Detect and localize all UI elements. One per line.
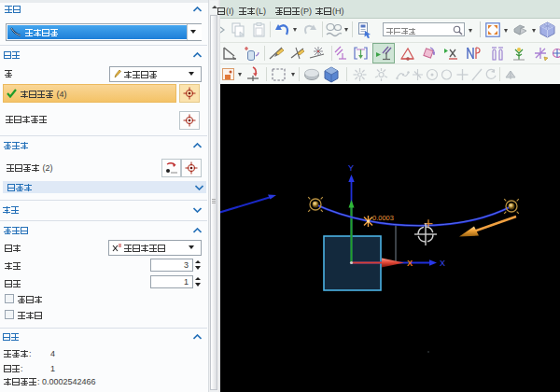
svg-text:Y: Y [348,163,354,173]
svg-text:0.0003: 0.0003 [372,214,394,222]
svg-text:X: X [440,259,445,268]
svg-text:X: X [407,259,413,268]
